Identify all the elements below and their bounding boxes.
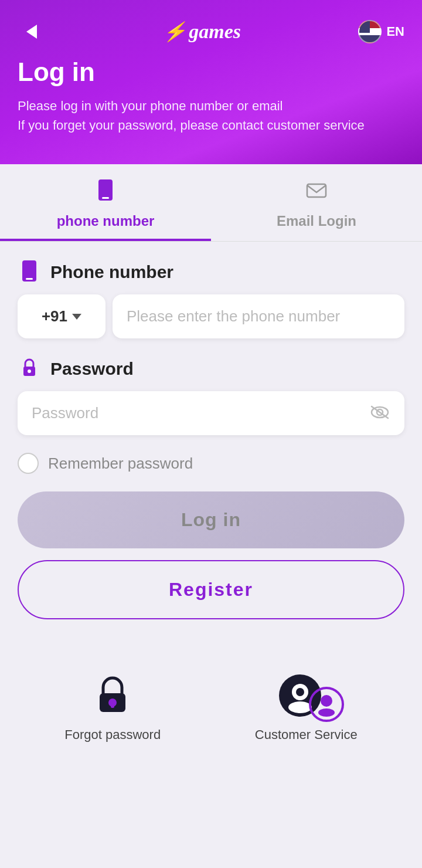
chevron-down-icon: [72, 314, 81, 320]
register-button[interactable]: Register: [18, 560, 404, 619]
customer-service-icon: [277, 672, 335, 719]
tab-phone[interactable]: phone number: [0, 164, 211, 241]
password-input[interactable]: [18, 391, 404, 435]
country-code-selector[interactable]: +91: [18, 294, 106, 338]
phone-field-header: Phone number: [18, 259, 404, 285]
back-icon: [26, 25, 37, 39]
header-subtitle: Please log in with your phone number or …: [18, 96, 404, 135]
remember-password-label: Remember password: [48, 455, 193, 473]
svg-point-18: [321, 695, 332, 707]
logo-icon: ⚡: [163, 21, 185, 43]
password-field-icon: [18, 356, 41, 382]
remember-password-checkbox[interactable]: [18, 453, 39, 474]
language-button[interactable]: EN: [358, 20, 404, 43]
forgot-password-icon: [89, 672, 136, 719]
phone-field-group: Phone number +91: [18, 259, 404, 338]
svg-rect-12: [111, 703, 114, 708]
email-tab-icon: [305, 178, 328, 207]
phone-tab-icon: [94, 178, 117, 207]
customer-service-label: Customer Service: [255, 727, 358, 742]
svg-point-19: [318, 708, 335, 717]
phone-input-row: +91: [18, 294, 404, 338]
forgot-password-link[interactable]: Forgot password: [64, 672, 161, 742]
forgot-password-label: Forgot password: [64, 727, 161, 742]
page-title: Log in: [18, 57, 404, 87]
password-field-group: Password: [18, 356, 404, 435]
back-button[interactable]: [18, 18, 46, 46]
tab-email-label: Email Login: [277, 213, 356, 229]
country-code-value: +91: [42, 307, 67, 326]
customer-service-link[interactable]: Customer Service: [255, 672, 358, 742]
form-container: Phone number +91 Password: [0, 242, 422, 643]
svg-point-6: [28, 369, 31, 373]
svg-rect-4: [26, 278, 33, 280]
phone-label: Phone number: [50, 262, 173, 282]
tab-phone-label: phone number: [57, 213, 155, 229]
language-label: EN: [386, 24, 404, 39]
tabs-container: phone number Email Login: [0, 164, 422, 242]
bottom-links: Forgot password Customer Service: [0, 672, 422, 766]
header: ⚡ games EN Log in Please log in with you…: [0, 0, 422, 164]
svg-point-16: [296, 688, 304, 696]
password-field-header: Password: [18, 356, 404, 382]
subtitle-line2: If you forget your password, please cont…: [18, 118, 365, 133]
svg-rect-1: [102, 197, 109, 199]
login-button[interactable]: Log in: [18, 491, 404, 548]
password-label: Password: [50, 359, 134, 379]
logo-text: games: [189, 21, 241, 43]
phone-number-input[interactable]: [113, 294, 404, 338]
header-top: ⚡ games EN: [18, 0, 404, 57]
phone-field-icon: [18, 259, 41, 285]
remember-password-row: Remember password: [18, 453, 404, 474]
svg-rect-2: [307, 184, 326, 197]
logo: ⚡ games: [46, 21, 358, 43]
tab-email[interactable]: Email Login: [211, 164, 422, 241]
toggle-password-visibility-button[interactable]: [369, 404, 390, 423]
subtitle-line1: Please log in with your phone number or …: [18, 99, 283, 113]
flag-icon: [358, 20, 382, 43]
svg-point-15: [288, 701, 312, 713]
password-wrap: [18, 391, 404, 435]
